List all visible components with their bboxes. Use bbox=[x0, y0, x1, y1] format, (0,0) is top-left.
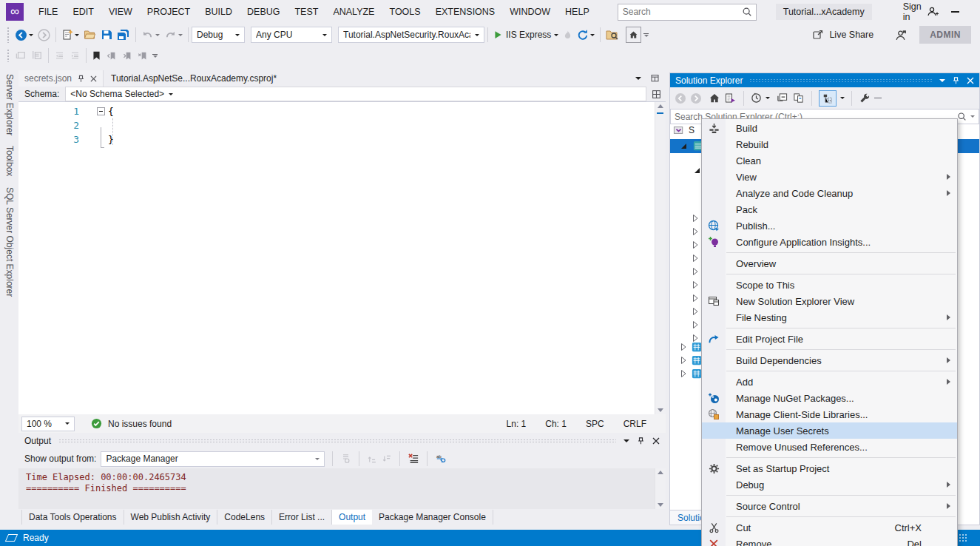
toolbar-overflow-button[interactable] bbox=[641, 26, 651, 44]
panel-dropdown-caret[interactable] bbox=[939, 79, 945, 82]
minimize-button[interactable] bbox=[939, 0, 973, 24]
tree-expander[interactable] bbox=[692, 227, 698, 236]
menu-item-build[interactable]: Build bbox=[702, 120, 957, 136]
navigate-forward-button[interactable] bbox=[36, 26, 53, 44]
editor-vertical-scrollbar[interactable] bbox=[655, 102, 666, 414]
menu-item-cut[interactable]: Cut Ctrl+X bbox=[702, 519, 957, 536]
refresh-button[interactable] bbox=[575, 26, 597, 44]
menu-help[interactable]: HELP bbox=[558, 0, 597, 24]
back-icon[interactable] bbox=[675, 92, 686, 104]
menu-test[interactable]: TEST bbox=[287, 0, 325, 24]
menu-analyze[interactable]: ANALYZE bbox=[325, 0, 382, 24]
menu-edit[interactable]: EDIT bbox=[65, 0, 101, 24]
close-panel-icon[interactable] bbox=[967, 77, 974, 84]
output-panel-header[interactable]: Output bbox=[18, 433, 666, 449]
solution-configuration-dropdown[interactable]: Debug bbox=[192, 27, 245, 43]
create-new-group-button[interactable] bbox=[13, 47, 29, 64]
tree-expander[interactable] bbox=[692, 214, 698, 223]
tab-error-list[interactable]: Error List ... bbox=[272, 510, 332, 525]
hot-reload-button[interactable] bbox=[561, 26, 575, 44]
preview-selected-items-icon[interactable] bbox=[874, 97, 882, 99]
undo-button[interactable] bbox=[139, 26, 162, 44]
sign-in-button[interactable]: Sign in bbox=[903, 1, 939, 22]
search-options-caret[interactable] bbox=[970, 115, 975, 118]
next-message-icon[interactable] bbox=[382, 454, 392, 464]
startup-project-dropdown[interactable]: Tutorial.AspNetSecurity.RouxAcad bbox=[338, 27, 484, 43]
menu-view[interactable]: VIEW bbox=[101, 0, 140, 24]
tree-expander[interactable] bbox=[680, 343, 686, 351]
zoom-dropdown[interactable]: 100 % bbox=[21, 417, 75, 431]
tab-data-tools-operations[interactable]: Data Tools Operations bbox=[21, 510, 124, 525]
code-editor[interactable]: 1 { 2 3 } bbox=[18, 102, 666, 414]
menu-item-pack[interactable]: Pack bbox=[702, 201, 957, 218]
new-project-button[interactable] bbox=[59, 26, 81, 44]
pin-icon[interactable] bbox=[952, 76, 960, 85]
pin-icon[interactable] bbox=[637, 437, 645, 445]
switch-views-icon[interactable] bbox=[724, 92, 737, 104]
maximize-button[interactable] bbox=[973, 0, 980, 24]
menu-debug[interactable]: DEBUG bbox=[240, 0, 287, 24]
menu-item-configure-application-insights[interactable]: Configure Application Insights... bbox=[702, 234, 957, 250]
show-all-files-caret[interactable] bbox=[840, 97, 845, 99]
menu-item-publish[interactable]: Publish... bbox=[702, 218, 957, 234]
find-message-icon[interactable] bbox=[340, 454, 351, 464]
menu-item-add[interactable]: Add bbox=[702, 374, 957, 390]
menu-item-view[interactable]: View bbox=[702, 169, 957, 185]
collapse-all-icon[interactable] bbox=[777, 92, 788, 104]
menu-item-build-dependencies[interactable]: Build Dependencies bbox=[702, 352, 957, 368]
tab-package-manager-console[interactable]: Package Manager Console bbox=[372, 510, 493, 525]
menu-item-overview[interactable]: Overview bbox=[702, 255, 957, 272]
menu-item-remove-unused-references[interactable]: Remove Unused References... bbox=[702, 439, 957, 455]
show-all-files-icon[interactable] bbox=[819, 90, 837, 107]
menu-item-file-nesting[interactable]: File Nesting bbox=[702, 309, 957, 326]
tree-expander[interactable] bbox=[692, 267, 698, 276]
tab-toolbox[interactable]: Toolbox bbox=[4, 146, 15, 176]
open-file-button[interactable] bbox=[81, 26, 98, 44]
copy-group-button[interactable] bbox=[29, 47, 45, 64]
decrease-indent-button[interactable] bbox=[52, 47, 67, 64]
tree-expander[interactable] bbox=[692, 307, 698, 316]
next-bookmark-button[interactable] bbox=[119, 47, 135, 64]
start-debugging-button[interactable]: IIS Express bbox=[491, 26, 561, 44]
pin-icon[interactable] bbox=[77, 75, 85, 83]
tab-csproj[interactable]: Tutorial.AspNetSe...RouxAcademy.csproj* bbox=[104, 70, 284, 87]
tree-expander[interactable] bbox=[680, 369, 686, 378]
tab-output[interactable]: Output bbox=[332, 510, 372, 525]
sync-with-active-document-icon[interactable] bbox=[792, 92, 805, 104]
space-mode-indicator[interactable]: SPC bbox=[586, 419, 604, 429]
menu-item-clean[interactable]: Clean bbox=[702, 152, 957, 169]
menu-extensions[interactable]: EXTENSIONS bbox=[428, 0, 503, 24]
word-wrap-icon[interactable]: ab bbox=[435, 454, 447, 464]
menu-item-scope-to-this[interactable]: Scope to This bbox=[702, 277, 957, 293]
window-options-icon[interactable] bbox=[650, 74, 660, 83]
menu-item-source-control[interactable]: Source Control bbox=[702, 498, 957, 514]
menu-item-manage-client-side-libraries[interactable]: Manage Client-Side Libraries... bbox=[702, 406, 957, 422]
menu-item-set-as-startup-project[interactable]: Set as Startup Project bbox=[702, 460, 957, 476]
save-button[interactable] bbox=[98, 26, 115, 44]
menu-item-remove[interactable]: Remove Del bbox=[702, 536, 957, 546]
home-icon[interactable] bbox=[709, 92, 720, 104]
output-source-dropdown[interactable]: Package Manager bbox=[101, 451, 325, 467]
scroll-up-arrow[interactable] bbox=[658, 104, 663, 108]
tab-codelens[interactable]: CodeLens bbox=[217, 510, 272, 525]
account-badge-icon[interactable] bbox=[892, 26, 909, 44]
menu-window[interactable]: WINDOW bbox=[502, 0, 558, 24]
quick-search-box[interactable] bbox=[618, 4, 757, 21]
tree-expander[interactable] bbox=[692, 254, 698, 263]
browse-with-button[interactable] bbox=[604, 26, 621, 44]
tree-expander[interactable] bbox=[692, 320, 698, 329]
scroll-down-arrow[interactable] bbox=[658, 408, 663, 412]
menu-file[interactable]: FILE bbox=[31, 0, 65, 24]
expander-expanded-icon[interactable] bbox=[681, 144, 686, 149]
solution-root-node[interactable]: S bbox=[673, 125, 695, 135]
output-scrollbar[interactable] bbox=[655, 468, 666, 509]
back-dropdown-caret[interactable] bbox=[29, 34, 33, 36]
clear-all-output-icon[interactable] bbox=[408, 454, 419, 464]
tree-expander[interactable] bbox=[692, 294, 698, 303]
save-all-button[interactable] bbox=[115, 26, 132, 44]
toolbar-grip[interactable] bbox=[7, 49, 10, 62]
schema-dropdown[interactable]: <No Schema Selected> bbox=[65, 87, 646, 101]
previous-bookmark-button[interactable] bbox=[104, 47, 119, 64]
menu-tools[interactable]: TOOLS bbox=[382, 0, 428, 24]
solution-explorer-titlebar[interactable]: Solution Explorer bbox=[670, 73, 979, 87]
